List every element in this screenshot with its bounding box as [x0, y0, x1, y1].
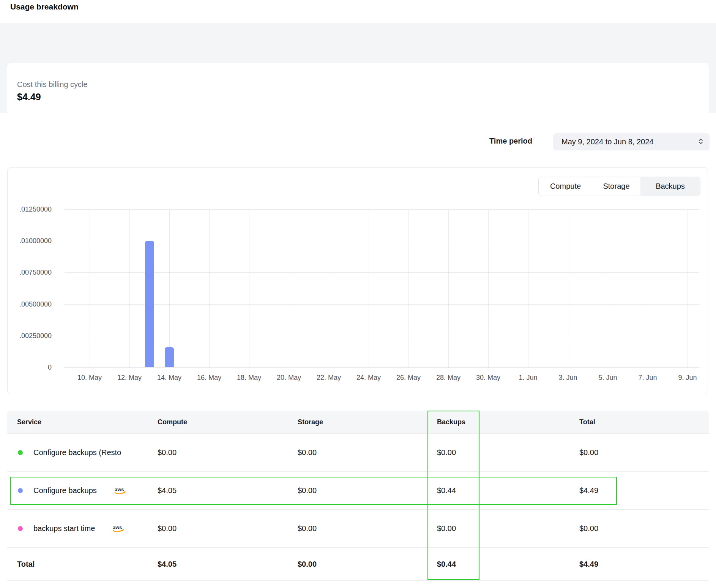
aws-logo-icon: aws	[112, 525, 125, 534]
svg-text:aws: aws	[115, 487, 124, 492]
chart-bar	[165, 347, 174, 367]
storage-value: $0.00	[298, 486, 437, 495]
y-axis-label: 0	[8, 363, 52, 371]
h-gridline	[65, 336, 699, 336]
v-gridline	[209, 209, 210, 367]
table-row: backups start time aws $0.00 $0.00 $0.00…	[7, 509, 709, 547]
v-gridline	[289, 209, 289, 367]
column-header-total: Total	[579, 418, 709, 426]
h-gridline	[65, 367, 699, 368]
table-header-row: Service Compute Storage Backups Total	[7, 411, 709, 433]
v-gridline	[688, 209, 688, 367]
table-total-row: Total $4.05 $0.00 $0.44 $4.49	[7, 547, 709, 580]
compute-total: $4.05	[158, 560, 298, 569]
x-axis-label: 22. May	[306, 373, 352, 382]
backups-total: $0.44	[437, 560, 579, 569]
x-axis-label: 7. Jun	[625, 373, 670, 382]
backups-bar-chart: .01250000.01000000.00750000.00500000.002…	[8, 168, 708, 394]
service-name: backups start time	[33, 524, 95, 533]
billing-cycle-label: Cost this billing cycle	[17, 80, 699, 89]
series-dot-green	[18, 450, 23, 455]
v-gridline	[528, 209, 528, 367]
backups-value: $0.44	[437, 486, 579, 495]
time-period-select[interactable]: May 9, 2024 to Jun 8, 2024	[553, 133, 710, 150]
h-gridline	[65, 241, 699, 241]
usage-breakdown-page: Usage breakdown Cost this billing cycle …	[0, 0, 716, 588]
v-gridline	[90, 209, 90, 367]
y-axis-label: .00500000	[8, 300, 52, 308]
backups-value: $0.00	[437, 524, 579, 533]
v-gridline	[169, 209, 170, 367]
v-gridline	[408, 209, 409, 367]
billing-cycle-amount: $4.49	[17, 92, 699, 102]
storage-value: $0.00	[298, 448, 437, 457]
v-gridline	[568, 209, 568, 367]
h-gridline	[65, 304, 699, 305]
v-gridline	[129, 209, 130, 367]
h-gridline	[65, 272, 699, 273]
storage-value: $0.00	[298, 524, 437, 533]
usage-chart-card: Compute Storage Backups .01250000.010000…	[7, 167, 708, 394]
column-header-backups: Backups	[437, 418, 579, 426]
x-axis-label: 20. May	[266, 373, 312, 382]
y-axis-label: .00750000	[8, 268, 52, 277]
time-period-label: Time period	[489, 137, 532, 145]
series-dot-blue	[18, 488, 23, 493]
v-gridline	[488, 209, 489, 367]
svg-text:aws: aws	[113, 525, 122, 530]
x-axis-label: 18. May	[226, 373, 272, 382]
billing-summary-band: Cost this billing cycle $4.49	[0, 23, 716, 113]
x-axis-label: 30. May	[465, 373, 511, 382]
v-gridline	[608, 209, 608, 367]
backups-value: $0.00	[437, 448, 579, 457]
v-gridline	[369, 209, 369, 367]
chart-bar	[145, 241, 154, 367]
compute-value: $4.05	[158, 486, 298, 495]
total-row-label: Total	[17, 560, 158, 569]
x-axis-label: 1. Jun	[505, 373, 551, 382]
compute-value: $0.00	[158, 448, 298, 457]
x-axis-label: 10. May	[67, 373, 112, 382]
column-header-service: Service	[17, 418, 158, 426]
compute-value: $0.00	[158, 524, 298, 533]
v-gridline	[448, 209, 449, 367]
x-axis-label: 5. Jun	[585, 373, 631, 382]
total-value: $0.00	[579, 448, 709, 457]
column-header-compute: Compute	[158, 418, 298, 426]
x-axis-label: 24. May	[346, 373, 391, 382]
x-axis-label: 9. Jun	[665, 373, 710, 382]
page-title: Usage breakdown	[10, 2, 79, 11]
x-axis-label: 28. May	[426, 373, 471, 382]
billing-cost-card: Cost this billing cycle $4.49	[7, 63, 709, 120]
service-name: Configure backups (Resto	[33, 448, 121, 457]
aws-logo-icon: aws	[114, 487, 127, 496]
time-period-value: May 9, 2024 to Jun 8, 2024	[561, 138, 653, 146]
x-axis-label: 26. May	[386, 373, 431, 382]
grand-total: $4.49	[579, 560, 709, 569]
column-header-storage: Storage	[298, 418, 437, 426]
service-name: Configure backups	[33, 486, 97, 495]
y-axis-label: .01250000	[8, 205, 52, 213]
x-axis-label: 16. May	[186, 373, 232, 382]
y-axis-label: .01000000	[8, 237, 52, 245]
total-value: $4.49	[579, 486, 709, 495]
table-row: Configure backups (Resto $0.00 $0.00 $0.…	[7, 433, 709, 471]
x-axis-label: 14. May	[147, 373, 192, 382]
chevron-up-down-icon	[697, 138, 704, 146]
storage-total: $0.00	[298, 560, 437, 569]
total-value: $0.00	[579, 524, 709, 533]
v-gridline	[329, 209, 329, 367]
v-gridline	[648, 209, 648, 367]
usage-table: Service Compute Storage Backups Total Co…	[7, 411, 709, 581]
table-row: Configure backups aws $4.05 $0.00 $0.44 …	[7, 471, 709, 509]
series-dot-pink	[18, 526, 23, 531]
v-gridline	[249, 209, 249, 367]
x-axis-label: 3. Jun	[545, 373, 591, 382]
x-axis-label: 12. May	[107, 373, 152, 382]
y-axis-label: .00250000	[8, 332, 52, 340]
h-gridline	[65, 209, 699, 210]
